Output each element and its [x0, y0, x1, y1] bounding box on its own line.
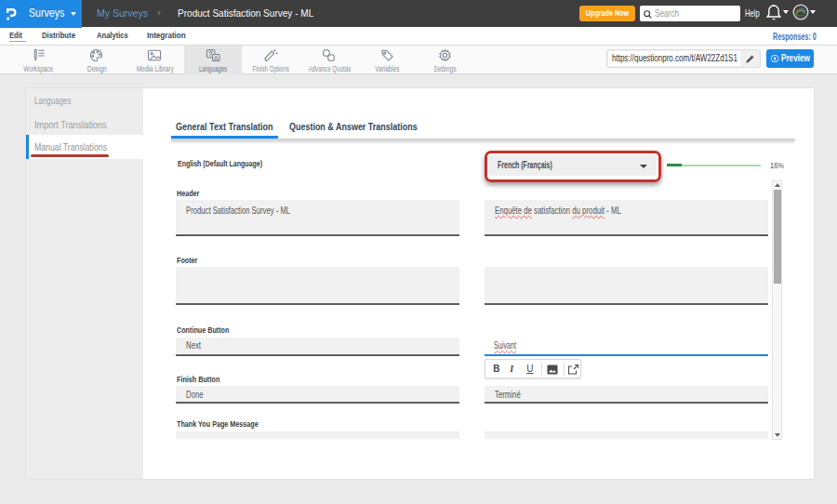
svg-text:A: A — [214, 54, 219, 62]
